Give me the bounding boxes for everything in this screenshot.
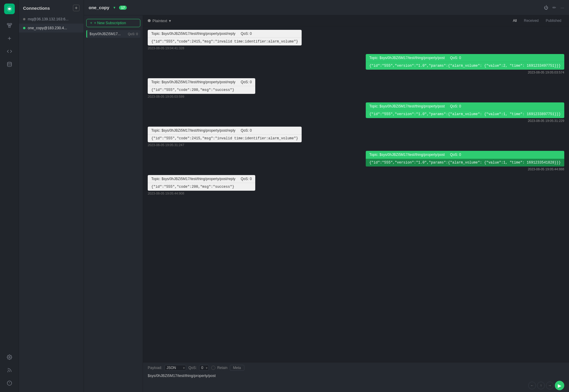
app-logo [4, 4, 15, 14]
msg-body: {"id":"555","version":"1.0","params":{"a… [366, 110, 564, 118]
msg-time: 2023-08-05 19:05:31:229 [366, 119, 564, 122]
content-row: + + New Subscription $sys/0hJBZi5M17... … [84, 15, 569, 392]
connections-title: Connections [23, 6, 50, 11]
msg-topic: Topic: $sys/0hJBZi5M17/test/thing/proper… [151, 80, 235, 84]
sidebar-item-feeds[interactable] [4, 365, 15, 375]
retain-label: Retain [217, 366, 227, 370]
filter-tab-published[interactable]: Published [543, 18, 564, 24]
published-bubble[interactable]: Topic: $sys/0hJBZi5M17/test/thing/proper… [366, 102, 564, 118]
msg-header: Topic: $sys/0hJBZi5M17/test/thing/proper… [148, 30, 302, 38]
input-area: Payload: JSON Plaintext Base64 Hex QoS: … [143, 362, 569, 392]
next-button[interactable]: → [546, 382, 554, 389]
messages-panel: Plaintext ▾ All Received Published Topic… [143, 15, 569, 392]
msg-topic: Topic: $sys/0hJBZi5M17/test/thing/proper… [151, 177, 235, 181]
msg-header: Topic: $sys/0hJBZi5M17/test/thing/proper… [148, 175, 255, 183]
edit-icon[interactable]: ✏ [552, 5, 556, 10]
published-bubble[interactable]: Topic: $sys/0hJBZi5M17/test/thing/proper… [366, 54, 564, 70]
send-button[interactable]: ▶ [555, 381, 564, 390]
msg-body: {"id":"555","code":2415,"msg":"invalid t… [148, 38, 302, 45]
msg-qos: QoS: 0 [238, 80, 252, 84]
retain-circle-icon [211, 366, 215, 370]
filter-tab-all[interactable]: All [510, 18, 520, 24]
plaintext-chevron-icon: ▾ [169, 19, 171, 23]
message-item: Topic: $sys/0hJBZi5M17/test/thing/proper… [148, 175, 255, 195]
connections-header: Connections + [19, 0, 84, 15]
icon-bar [0, 0, 19, 392]
plaintext-label: Plaintext [152, 19, 167, 23]
msg-topic: Topic: $sys/0hJBZi5M17/test/thing/proper… [151, 32, 235, 36]
msg-qos: QoS: 0 [238, 32, 252, 36]
messages-area: Topic: $sys/0hJBZi5M17/test/thing/proper… [143, 26, 569, 362]
connection-item-1[interactable]: mq@36.139.132.163:6... [19, 15, 84, 24]
msg-qos: QoS: 0 [238, 177, 252, 181]
connection-name: mq@36.139.132.163:6... [28, 17, 69, 21]
plaintext-selector[interactable]: Plaintext ▾ [148, 19, 171, 23]
sidebar-item-connections[interactable] [4, 20, 15, 31]
msg-header: Topic: $sys/0hJBZi5M17/test/thing/proper… [148, 127, 302, 135]
sidebar-item-info[interactable] [4, 378, 15, 388]
plus-icon: + [90, 21, 92, 25]
chevron-down-icon[interactable]: ▾ [113, 5, 116, 10]
received-bubble[interactable]: Topic: $sys/0hJBZi5M17/test/thing/proper… [148, 78, 255, 94]
msg-topic: Topic: $sys/0hJBZi5M17/test/thing/proper… [151, 128, 235, 133]
new-subscription-button[interactable]: + + New Subscription [86, 19, 140, 27]
up-button[interactable]: ↑ [537, 382, 545, 389]
power-icon[interactable]: ⏻ [544, 5, 548, 10]
msg-time: 2023-08-05 19:05:03:599 [148, 95, 255, 98]
retain-toggle[interactable]: Retain [211, 366, 227, 370]
connections-panel: Connections + mq@36.139.132.163:6... one… [19, 0, 84, 392]
message-item: Topic: $sys/0hJBZi5M17/test/thing/proper… [148, 78, 255, 98]
subscription-qos: QoS: 0 [128, 32, 138, 36]
svg-rect-2 [10, 23, 12, 25]
svg-rect-3 [9, 26, 10, 27]
msg-time: 2023-08-05 19:04:41:328 [148, 46, 302, 50]
topic-input[interactable] [148, 373, 564, 379]
connection-name: one_copy@183.230.4... [28, 26, 67, 30]
connection-status-dot [23, 18, 25, 20]
sidebar-item-data[interactable] [4, 59, 15, 70]
msg-body: {"id":"555","code":200,"msg":"success"} [148, 86, 255, 94]
msg-qos: QoS: 0 [447, 104, 461, 108]
sidebar-item-code[interactable] [4, 46, 15, 57]
msg-time: 2023-08-05 19:05:03:574 [366, 71, 564, 74]
meta-button[interactable]: Meta [230, 365, 244, 371]
message-item: Topic: $sys/0hJBZi5M17/test/thing/proper… [366, 151, 564, 171]
msg-header: Topic: $sys/0hJBZi5M17/test/thing/proper… [366, 151, 564, 159]
svg-point-11 [9, 357, 10, 358]
qos-label: QoS: [188, 366, 197, 370]
subscription-item[interactable]: $sys/0hJBZi5M17... QoS: 0 [86, 30, 140, 38]
msg-body: {"id":"555","code":2415,"msg":"invalid t… [148, 135, 302, 142]
qos-select-wrap: 0 1 2 [199, 365, 209, 371]
filter-tabs: All Received Published [510, 18, 564, 24]
svg-point-10 [7, 62, 12, 64]
filter-tab-received[interactable]: Received [521, 18, 542, 24]
published-bubble[interactable]: Topic: $sys/0hJBZi5M17/test/thing/proper… [366, 151, 564, 166]
more-options-icon[interactable]: ··· [560, 5, 564, 10]
sidebar-item-settings[interactable] [4, 352, 15, 362]
input-toolbar: Payload: JSON Plaintext Base64 Hex QoS: … [148, 365, 564, 371]
msg-body: {"id":"555","version":"1.0","params":{"a… [366, 159, 564, 166]
message-item: Topic: $sys/0hJBZi5M17/test/thing/proper… [148, 30, 302, 50]
msg-qos: QoS: 0 [447, 153, 461, 157]
msg-body: {"id":"555","code":200,"msg":"success"} [148, 183, 255, 191]
connection-status-dot [23, 27, 25, 29]
message-item: Topic: $sys/0hJBZi5M17/test/thing/proper… [366, 102, 564, 122]
msg-body: {"id":"555","version":"1.0","params":{"a… [366, 62, 564, 70]
msg-qos: QoS: 0 [447, 56, 461, 60]
received-bubble[interactable]: Topic: $sys/0hJBZi5M17/test/thing/proper… [148, 127, 302, 142]
received-bubble[interactable]: Topic: $sys/0hJBZi5M17/test/thing/proper… [148, 30, 302, 45]
input-bottom-row: ← ↑ → ▶ [148, 381, 564, 390]
received-bubble[interactable]: Topic: $sys/0hJBZi5M17/test/thing/proper… [148, 175, 255, 191]
sidebar-item-add[interactable] [4, 33, 15, 44]
payload-format-select[interactable]: JSON Plaintext Base64 Hex [165, 365, 186, 371]
top-bar: one_copy ▾ 17 ⏻ ✏ ··· [84, 0, 569, 15]
svg-rect-1 [7, 23, 9, 25]
message-item: Topic: $sys/0hJBZi5M17/test/thing/proper… [366, 54, 564, 74]
subscriptions-panel: + + New Subscription $sys/0hJBZi5M17... … [84, 15, 143, 392]
msg-header: Topic: $sys/0hJBZi5M17/test/thing/proper… [366, 54, 564, 62]
connection-item-2[interactable]: one_copy@183.230.4... [19, 24, 84, 32]
add-connection-button[interactable]: + [73, 5, 79, 11]
msg-time: 2023-08-05 19:05:44:908 [148, 192, 255, 195]
prev-button[interactable]: ← [528, 382, 536, 389]
qos-select[interactable]: 0 1 2 [199, 365, 209, 371]
